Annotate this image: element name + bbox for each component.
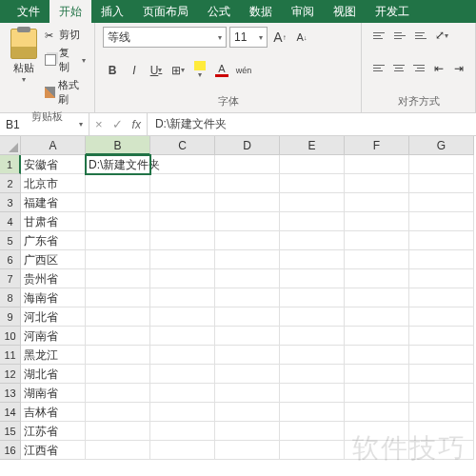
formula-bar[interactable]: D:\新建文件夹 <box>147 113 476 135</box>
cell[interactable] <box>280 212 345 231</box>
ribbon-tab[interactable]: 视图 <box>324 0 366 24</box>
ribbon-tab[interactable]: 文件 <box>8 0 50 24</box>
ribbon-tab[interactable]: 公式 <box>198 0 240 24</box>
cut-button[interactable]: ✂ 剪切 <box>44 27 87 43</box>
cell[interactable] <box>215 231 280 250</box>
cell[interactable] <box>150 403 215 422</box>
row-header[interactable]: 9 <box>0 307 21 327</box>
cell[interactable] <box>280 288 345 307</box>
orientation-button[interactable]: ⤢▾ <box>432 27 451 44</box>
column-header[interactable]: A <box>21 136 86 155</box>
cell[interactable] <box>409 327 474 346</box>
cell[interactable]: 甘肃省 <box>21 212 86 231</box>
column-header[interactable]: C <box>150 136 215 155</box>
cell[interactable] <box>215 174 280 193</box>
cell[interactable]: 广西区 <box>21 250 86 269</box>
cell[interactable] <box>345 212 409 231</box>
cell[interactable] <box>280 250 345 269</box>
cell[interactable] <box>280 174 345 193</box>
cell[interactable] <box>345 307 409 327</box>
cell[interactable] <box>345 441 409 460</box>
cell[interactable] <box>215 307 280 327</box>
cell[interactable] <box>409 193 474 212</box>
cell[interactable] <box>86 250 150 269</box>
phonetic-button[interactable]: wén <box>234 61 253 80</box>
cell[interactable] <box>215 422 280 441</box>
font-size-select[interactable]: 11 ▾ <box>229 27 268 48</box>
cell[interactable] <box>215 384 280 403</box>
cancel-button[interactable]: × <box>95 117 103 131</box>
cell[interactable] <box>280 365 345 384</box>
cell[interactable] <box>86 307 150 327</box>
cell[interactable] <box>215 155 280 174</box>
cell[interactable] <box>86 365 150 384</box>
column-header[interactable]: B <box>86 136 150 155</box>
shrink-font-button[interactable]: A↓ <box>292 28 311 47</box>
row-header[interactable]: 6 <box>0 250 21 269</box>
row-header[interactable]: 7 <box>0 269 21 288</box>
cell[interactable] <box>150 231 215 250</box>
cell[interactable] <box>345 365 409 384</box>
cell[interactable] <box>150 327 215 346</box>
row-header[interactable]: 12 <box>0 365 21 384</box>
border-button[interactable]: ⊞▾ <box>169 61 188 80</box>
cell[interactable] <box>280 307 345 327</box>
cell[interactable] <box>280 422 345 441</box>
cell[interactable]: 贵州省 <box>21 269 86 288</box>
column-header[interactable]: E <box>280 136 345 155</box>
cell[interactable] <box>150 250 215 269</box>
cell[interactable] <box>280 384 345 403</box>
cell[interactable] <box>215 269 280 288</box>
confirm-button[interactable]: ✓ <box>112 117 123 131</box>
cell[interactable] <box>409 212 474 231</box>
cell[interactable] <box>345 327 409 346</box>
cell[interactable] <box>345 155 409 174</box>
font-color-button[interactable]: A <box>212 61 231 80</box>
row-header[interactable]: 11 <box>0 346 21 365</box>
cell[interactable] <box>409 307 474 327</box>
select-all-corner[interactable] <box>0 136 21 155</box>
cell[interactable] <box>86 174 150 193</box>
cell[interactable] <box>409 231 474 250</box>
cell[interactable] <box>345 384 409 403</box>
cell[interactable] <box>215 212 280 231</box>
cell[interactable] <box>215 365 280 384</box>
cell[interactable] <box>345 269 409 288</box>
align-right-button[interactable] <box>409 60 427 77</box>
cell[interactable] <box>150 288 215 307</box>
column-header[interactable]: F <box>345 136 409 155</box>
cell[interactable] <box>86 384 150 403</box>
ribbon-tab[interactable]: 审阅 <box>282 0 324 24</box>
cell[interactable] <box>280 403 345 422</box>
cell[interactable] <box>280 231 345 250</box>
cell[interactable] <box>86 193 150 212</box>
row-header[interactable]: 16 <box>0 441 21 460</box>
cell[interactable] <box>345 193 409 212</box>
cell[interactable] <box>409 269 474 288</box>
cell[interactable] <box>280 155 345 174</box>
cell[interactable]: 河北省 <box>21 307 86 327</box>
cell[interactable] <box>280 346 345 365</box>
format-painter-button[interactable]: 格式刷 <box>44 77 87 108</box>
row-header[interactable]: 10 <box>0 327 21 346</box>
cell[interactable]: 江苏省 <box>21 422 86 441</box>
cell[interactable] <box>409 174 474 193</box>
cell[interactable] <box>86 346 150 365</box>
cell[interactable] <box>86 403 150 422</box>
cell[interactable] <box>150 174 215 193</box>
italic-button[interactable]: I <box>125 61 144 80</box>
column-header[interactable]: D <box>215 136 280 155</box>
cell[interactable] <box>409 346 474 365</box>
cell[interactable] <box>150 307 215 327</box>
ribbon-tab[interactable]: 页面布局 <box>133 0 198 24</box>
cell[interactable] <box>86 288 150 307</box>
column-header[interactable]: G <box>409 136 474 155</box>
cell[interactable] <box>409 155 474 174</box>
cell[interactable] <box>215 250 280 269</box>
cell[interactable]: 安徽省 <box>21 155 86 174</box>
grow-font-button[interactable]: A↑ <box>270 28 289 47</box>
cell[interactable] <box>409 365 474 384</box>
ribbon-tab[interactable]: 插入 <box>91 0 133 24</box>
cell[interactable] <box>345 422 409 441</box>
row-header[interactable]: 14 <box>0 403 21 422</box>
